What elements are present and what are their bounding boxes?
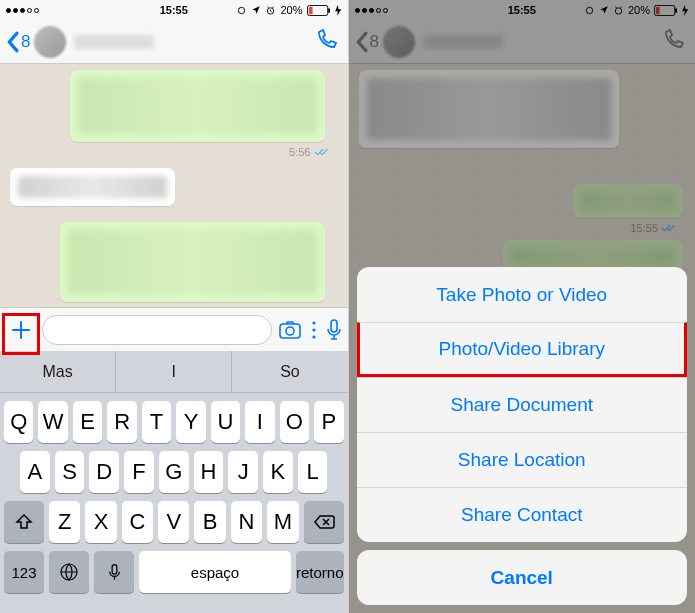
camera-icon — [278, 320, 302, 340]
key[interactable]: U — [211, 401, 240, 443]
message-out[interactable] — [70, 70, 325, 142]
emoji-key[interactable] — [49, 551, 89, 593]
keyboard-suggestions: Mas I So — [0, 351, 348, 393]
battery-pct: 20% — [280, 4, 302, 16]
back-button[interactable]: 8 — [6, 31, 30, 53]
message-input[interactable] — [42, 315, 272, 345]
sheet-share-contact[interactable]: Share Contact — [357, 487, 688, 542]
mic-icon — [108, 563, 121, 582]
location-icon — [251, 5, 261, 15]
key[interactable]: H — [194, 451, 224, 493]
sheet-cancel[interactable]: Cancel — [357, 550, 688, 605]
key[interactable]: Z — [49, 501, 80, 543]
svg-point-6 — [286, 327, 294, 335]
numbers-key[interactable]: 123 — [4, 551, 44, 593]
contact-avatar[interactable] — [34, 26, 66, 58]
alarm-icon — [265, 5, 276, 16]
sheet-take-photo[interactable]: Take Photo or Video — [357, 267, 688, 322]
signal-dots — [6, 8, 39, 13]
key[interactable]: E — [73, 401, 102, 443]
action-sheet-options: Take Photo or Video Photo/Video Library … — [357, 267, 688, 542]
input-bar — [0, 307, 348, 351]
key[interactable]: V — [158, 501, 189, 543]
shift-key[interactable] — [4, 501, 44, 543]
key[interactable]: R — [107, 401, 136, 443]
key[interactable]: L — [298, 451, 328, 493]
keyboard-row-4: 123 espaço retorno — [0, 543, 348, 599]
key[interactable]: W — [38, 401, 67, 443]
shift-icon — [14, 513, 34, 531]
read-ticks-icon — [314, 147, 330, 157]
more-button[interactable] — [308, 321, 320, 339]
message-in[interactable] — [10, 168, 175, 206]
space-key[interactable]: espaço — [139, 551, 291, 593]
tutorial-highlight-plus — [2, 313, 40, 355]
svg-rect-3 — [308, 6, 312, 13]
battery-icon — [307, 5, 331, 16]
key[interactable]: B — [194, 501, 225, 543]
return-key[interactable]: retorno — [296, 551, 344, 593]
svg-rect-4 — [328, 8, 330, 13]
key[interactable]: F — [124, 451, 154, 493]
suggestion[interactable]: Mas — [0, 351, 115, 392]
sheet-photo-library[interactable]: Photo/Video Library — [357, 322, 688, 377]
backspace-icon — [313, 514, 335, 530]
key[interactable]: A — [20, 451, 50, 493]
nav-bar: 8 — [0, 20, 348, 64]
more-vertical-icon — [312, 321, 316, 339]
svg-rect-12 — [112, 564, 117, 574]
key[interactable]: I — [245, 401, 274, 443]
suggestion[interactable]: So — [231, 351, 347, 392]
key[interactable]: K — [263, 451, 293, 493]
keyboard-row-1: Q W E R T Y U I O P — [0, 393, 348, 443]
phone-right: 15:55 20% 8 15:55 15:55 — [348, 0, 696, 613]
phone-left: 15:55 20% 8 5:56 — [0, 0, 348, 613]
do-not-disturb-icon — [236, 5, 247, 16]
key[interactable]: T — [142, 401, 171, 443]
key[interactable]: S — [55, 451, 85, 493]
camera-button[interactable] — [278, 320, 302, 340]
contact-name[interactable] — [74, 35, 154, 49]
key[interactable]: Y — [176, 401, 205, 443]
key[interactable]: P — [314, 401, 343, 443]
status-right: 20% — [236, 4, 341, 16]
keyboard-row-2: A S D F G H J K L — [0, 443, 348, 493]
keyboard-row-3: Z X C V B N M — [0, 493, 348, 543]
key[interactable]: N — [231, 501, 262, 543]
back-count: 8 — [21, 32, 30, 52]
key[interactable]: C — [122, 501, 153, 543]
suggestion[interactable]: I — [115, 351, 231, 392]
action-sheet-cancel-group: Cancel — [357, 550, 688, 605]
dictation-key[interactable] — [94, 551, 134, 593]
key[interactable]: D — [89, 451, 119, 493]
call-button[interactable] — [314, 28, 338, 56]
svg-point-9 — [312, 335, 315, 338]
charging-icon — [335, 5, 342, 16]
globe-icon — [59, 562, 79, 582]
key[interactable]: Q — [4, 401, 33, 443]
key[interactable]: G — [159, 451, 189, 493]
key[interactable]: O — [280, 401, 309, 443]
svg-rect-10 — [331, 320, 337, 332]
svg-rect-5 — [280, 324, 300, 338]
key[interactable]: M — [267, 501, 298, 543]
message-out[interactable] — [60, 222, 325, 302]
svg-point-7 — [312, 321, 315, 324]
mic-button[interactable] — [326, 318, 342, 342]
key[interactable]: J — [228, 451, 258, 493]
status-time: 15:55 — [160, 4, 188, 16]
sheet-share-location[interactable]: Share Location — [357, 432, 688, 487]
mic-icon — [326, 318, 342, 342]
message-timestamp: 5:56 — [289, 146, 329, 158]
keyboard: Mas I So Q W E R T Y U I O P A S D F G H… — [0, 351, 348, 613]
chevron-left-icon — [6, 31, 19, 53]
action-sheet: Take Photo or Video Photo/Video Library … — [357, 267, 688, 605]
key[interactable]: X — [85, 501, 116, 543]
phone-icon — [314, 28, 338, 52]
sheet-share-document[interactable]: Share Document — [357, 377, 688, 432]
svg-point-8 — [312, 328, 315, 331]
backspace-key[interactable] — [304, 501, 344, 543]
status-bar: 15:55 20% — [0, 0, 348, 20]
